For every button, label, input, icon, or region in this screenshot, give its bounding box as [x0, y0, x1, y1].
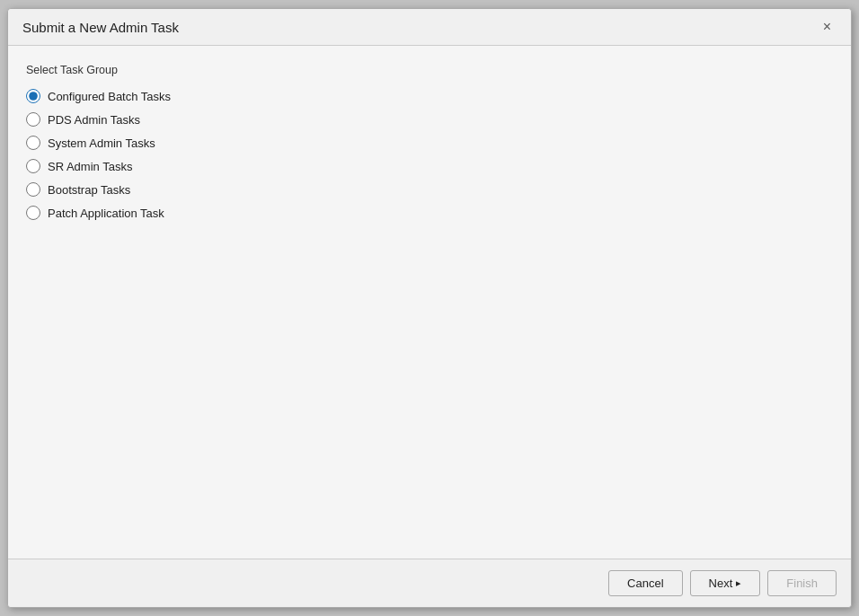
- section-label: Select Task Group: [26, 64, 833, 76]
- dialog-body: Select Task Group Configured Batch Tasks…: [8, 46, 851, 559]
- task-group-radio-group: Configured Batch Tasks PDS Admin Tasks S…: [26, 89, 833, 220]
- next-button[interactable]: Next ▸: [690, 570, 761, 596]
- radio-sr-admin-tasks[interactable]: [26, 159, 40, 173]
- submit-admin-task-dialog: Submit a New Admin Task × Select Task Gr…: [7, 8, 852, 608]
- radio-label-patch-application-task: Patch Application Task: [48, 207, 164, 220]
- radio-label-bootstrap-tasks: Bootstrap Tasks: [48, 183, 130, 197]
- dialog-header: Submit a New Admin Task ×: [8, 9, 851, 46]
- chevron-right-icon: ▸: [736, 577, 741, 589]
- radio-pds-admin-tasks[interactable]: [26, 112, 40, 127]
- radio-configured-batch-tasks[interactable]: [26, 89, 40, 103]
- radio-system-admin-tasks[interactable]: [26, 136, 40, 150]
- radio-item-system-admin-tasks[interactable]: System Admin Tasks: [26, 136, 833, 150]
- radio-item-patch-application-task[interactable]: Patch Application Task: [26, 206, 833, 220]
- radio-label-pds-admin-tasks: PDS Admin Tasks: [48, 113, 140, 127]
- close-button[interactable]: ×: [818, 18, 837, 36]
- dialog-footer: Cancel Next ▸ Finish: [8, 559, 851, 607]
- radio-item-bootstrap-tasks[interactable]: Bootstrap Tasks: [26, 182, 833, 197]
- next-button-label: Next: [709, 576, 733, 590]
- cancel-button[interactable]: Cancel: [608, 570, 682, 596]
- radio-label-sr-admin-tasks: SR Admin Tasks: [48, 160, 132, 173]
- dialog-title: Submit a New Admin Task: [22, 20, 179, 35]
- radio-bootstrap-tasks[interactable]: [26, 182, 40, 197]
- radio-patch-application-task[interactable]: [26, 206, 40, 220]
- radio-label-system-admin-tasks: System Admin Tasks: [48, 136, 155, 150]
- finish-button[interactable]: Finish: [767, 570, 837, 596]
- radio-item-pds-admin-tasks[interactable]: PDS Admin Tasks: [26, 112, 833, 127]
- radio-label-configured-batch-tasks: Configured Batch Tasks: [48, 90, 171, 103]
- radio-item-sr-admin-tasks[interactable]: SR Admin Tasks: [26, 159, 833, 173]
- radio-item-configured-batch-tasks[interactable]: Configured Batch Tasks: [26, 89, 833, 103]
